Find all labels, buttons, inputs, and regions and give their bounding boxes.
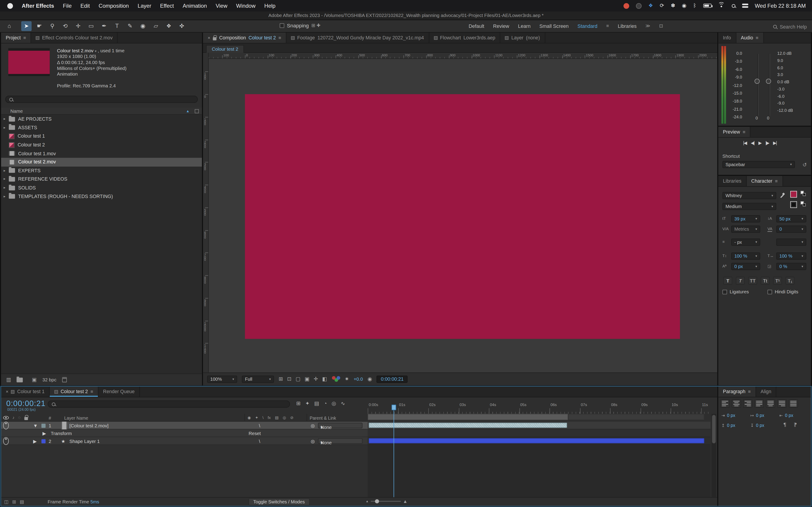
timeline-zoom-handle[interactable] bbox=[375, 499, 379, 503]
name-column-header[interactable]: Name bbox=[1, 108, 23, 114]
tab-colour-test-1[interactable]: ×Colour test 1 bbox=[1, 386, 50, 397]
video-column-icon[interactable] bbox=[3, 416, 9, 419]
indent-first-line-field[interactable]: ↦0 px bbox=[750, 413, 764, 418]
frame-blending-icon[interactable]: ◔ bbox=[324, 400, 327, 406]
snapping-options-icons[interactable]: ⊞ ✚ bbox=[311, 23, 320, 28]
indent-right-field[interactable]: ⇤0 px bbox=[779, 413, 793, 418]
menu-layer[interactable]: Layer bbox=[138, 2, 151, 9]
timeline-vertical-scrollbar[interactable] bbox=[712, 414, 716, 497]
menu-help[interactable]: Help bbox=[264, 2, 275, 9]
exposure-value[interactable]: +0.0 bbox=[354, 377, 363, 382]
next-frame-button[interactable]: |▶ bbox=[765, 140, 769, 145]
align-left-button[interactable] bbox=[720, 399, 729, 408]
go-to-end-button[interactable]: ▶| bbox=[773, 140, 776, 145]
workspace-menu-icon[interactable]: ≡ bbox=[606, 24, 609, 29]
battery-icon[interactable] bbox=[703, 4, 711, 8]
faux-italic-button[interactable]: T bbox=[736, 277, 745, 284]
panel-menu-icon[interactable]: ≡ bbox=[90, 389, 93, 394]
panel-menu-icon[interactable]: ≡ bbox=[756, 36, 759, 40]
timeline-search-input[interactable] bbox=[48, 400, 290, 408]
viewer-tab-colour-test-2[interactable]: Colour test 2 bbox=[206, 45, 244, 53]
switch-column-icon[interactable]: ◉ bbox=[248, 415, 251, 420]
parent-pickwhip-icon[interactable]: ◎ bbox=[311, 422, 315, 429]
video-switches-icon[interactable]: ◫ bbox=[4, 499, 8, 505]
zoom-tool[interactable]: ⚲ bbox=[47, 21, 58, 31]
zoom-in-timeline-icon[interactable]: ▲ bbox=[403, 499, 407, 504]
property-group-label[interactable]: Transform bbox=[51, 429, 72, 437]
text-direction-rtl-icon[interactable]: ¶ bbox=[794, 422, 797, 427]
project-list-header[interactable]: Name ▲ bbox=[1, 108, 202, 115]
fast-previews-icon[interactable]: ◧ bbox=[322, 377, 327, 382]
work-area-inactive-region[interactable] bbox=[568, 414, 704, 420]
tab-render-queue[interactable]: Render Queue bbox=[98, 386, 140, 397]
current-time-field[interactable]: 0:00:00:21 bbox=[377, 376, 408, 383]
menu-window[interactable]: Window bbox=[236, 2, 255, 9]
menu-view[interactable]: View bbox=[216, 2, 227, 9]
mask-visibility-icon[interactable]: ⊡ bbox=[287, 377, 291, 382]
close-icon[interactable]: × bbox=[208, 35, 210, 40]
play-button[interactable]: ▶ bbox=[758, 140, 761, 145]
layer-name[interactable]: Shape Layer 1 bbox=[69, 437, 100, 445]
chevron-right-icon[interactable]: ▸ bbox=[4, 186, 9, 190]
footage-name[interactable]: Colour test 2.mov bbox=[57, 48, 93, 53]
audio-slider-track-left[interactable] bbox=[758, 54, 759, 116]
font-family-select[interactable]: Whitney▾ bbox=[722, 192, 776, 199]
lock-column-icon[interactable] bbox=[24, 417, 28, 420]
switch-column-icon[interactable]: fx bbox=[268, 415, 271, 420]
timeline-time-ruler[interactable]: 0:00s01s02s03s04s05s06s07s08s09s10s11s bbox=[368, 397, 711, 414]
workspace-default[interactable]: Default bbox=[469, 23, 485, 29]
region-of-interest-icon[interactable]: ▢ bbox=[296, 377, 301, 382]
tab-colour-test-2[interactable]: Colour test 2≡ bbox=[50, 386, 98, 397]
go-to-start-button[interactable]: |◀ bbox=[743, 140, 747, 145]
dropbox-icon[interactable]: ❖ bbox=[648, 3, 653, 8]
font-style-select[interactable]: Medium▾ bbox=[722, 203, 776, 210]
paw-icon[interactable]: ✽ bbox=[671, 3, 675, 8]
indent-right-value[interactable]: 0 px bbox=[785, 413, 793, 418]
audio-column-icon[interactable]: ♪ bbox=[12, 415, 14, 420]
bluetooth-icon[interactable]: ᛒ bbox=[693, 3, 697, 8]
tab-effect-controls-colour-test-2-mov[interactable]: Effect Controls Colour test 2.mov bbox=[31, 33, 118, 43]
interpret-footage-icon[interactable]: ▥ bbox=[6, 377, 11, 382]
brush-tool[interactable]: ✎ bbox=[125, 21, 135, 31]
parent-link-select[interactable]: None▾ bbox=[318, 422, 362, 428]
workspace-review[interactable]: Review bbox=[493, 23, 509, 29]
graph-editor-icon[interactable]: ∿ bbox=[341, 400, 345, 406]
reset-link[interactable]: Reset bbox=[249, 429, 261, 437]
all-caps-button[interactable]: TT bbox=[748, 277, 757, 284]
chevron-right-icon[interactable]: ▸ bbox=[4, 126, 9, 130]
composition-mini-flowchart-icon[interactable]: ⊞ bbox=[296, 400, 300, 406]
audio-slider-value[interactable]: 0 bbox=[756, 116, 758, 121]
project-item-colour-test-2-mov[interactable]: Colour test 2.mov bbox=[1, 158, 202, 166]
chevron-right-icon[interactable]: ▸ bbox=[4, 177, 9, 181]
switch-column-icon[interactable]: ⊘ bbox=[290, 415, 293, 420]
audio-slider-track-right[interactable] bbox=[769, 54, 770, 116]
horizontal-scale-select[interactable]: 100 %▾ bbox=[776, 252, 806, 260]
small-caps-button[interactable]: Tt bbox=[761, 277, 770, 284]
switch-column-icon[interactable]: ▤ bbox=[275, 415, 278, 420]
subscript-button[interactable]: T₁ bbox=[785, 277, 794, 284]
zoom-out-timeline-icon[interactable]: ▲ bbox=[366, 500, 369, 503]
audio-level-knob-right[interactable] bbox=[766, 78, 771, 84]
tab-info[interactable]: Info bbox=[718, 33, 736, 43]
justify-last-left-button[interactable] bbox=[754, 399, 764, 408]
tag-column-icon[interactable] bbox=[195, 109, 199, 113]
tab-align[interactable]: Align bbox=[756, 386, 776, 397]
fill-color-swatch[interactable] bbox=[790, 191, 797, 198]
font-size-select[interactable]: 39 px▾ bbox=[731, 215, 760, 223]
space-before-field[interactable]: ↥0 px bbox=[721, 422, 735, 428]
switch-column-icon[interactable]: ◎ bbox=[283, 415, 286, 420]
project-item-colour-test-2[interactable]: Colour test 2 bbox=[1, 140, 202, 149]
parent-link-select[interactable]: None▾ bbox=[318, 438, 362, 444]
app-menu[interactable]: After Effects bbox=[22, 2, 54, 9]
indent-left-value[interactable]: 0 px bbox=[727, 413, 735, 418]
faux-bold-button[interactable]: T bbox=[723, 277, 732, 284]
workspace-standard[interactable]: Standard bbox=[577, 23, 598, 29]
quality-switch-icon[interactable]: \ bbox=[259, 422, 260, 429]
chevron-right-icon[interactable]: ▸ bbox=[4, 117, 9, 121]
solo-column-icon[interactable]: ◌ bbox=[18, 415, 20, 420]
vertical-ruler[interactable]: 100010020030040050060070080090010001100 bbox=[203, 53, 209, 373]
chevron-right-icon[interactable]: ▸ bbox=[4, 194, 9, 199]
workspace-libraries[interactable]: Libraries bbox=[618, 23, 637, 29]
audio-level-knob-left[interactable] bbox=[754, 78, 760, 84]
hand-tool[interactable]: ☛ bbox=[34, 21, 45, 31]
